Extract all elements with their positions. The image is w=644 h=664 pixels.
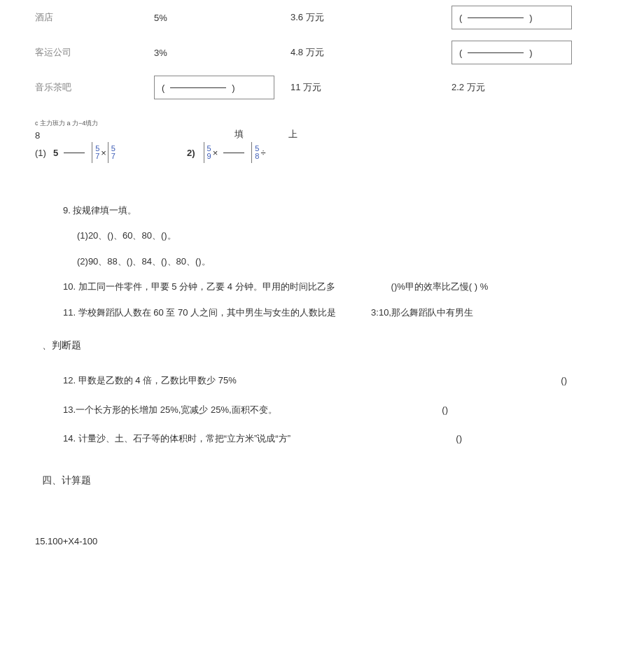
q14-text: 14. 计量沙、土、石子等的体积时，常把“立方米”说成“方” — [63, 424, 290, 453]
q12-mark: () — [561, 366, 567, 395]
input-bus[interactable]: ( ) — [451, 41, 572, 64]
blank-line — [170, 87, 226, 88]
q9-sub1: (1)20、()、60、80、()。 — [77, 223, 644, 248]
times-1: × — [101, 148, 106, 158]
q12-text: 12. 甲数是乙数的 4 倍，乙数比甲数少 75% — [63, 366, 237, 395]
rate-hotel: 5% — [154, 13, 290, 23]
q8-fill-1: 填 — [234, 129, 265, 139]
q14-mark: () — [456, 424, 462, 453]
q8-tiny: c 主力班力 a 力−4填力 — [35, 119, 644, 128]
label-tea: 音乐茶吧 — [35, 81, 154, 94]
q8-number: 8 — [35, 130, 234, 141]
q13-mark: () — [442, 395, 448, 425]
q8-fill-2: 上 — [288, 129, 318, 139]
q11-right: 3:10,那么舞蹈队中有男生 — [371, 300, 473, 325]
table-row-hotel: 酒店 5% 3.6 万元 ( ) — [35, 0, 644, 35]
formula-2: 5 9 × 5 8 ÷ — [202, 142, 266, 163]
formula-1: 5 5 7 × 5 7 — [53, 142, 117, 163]
input-tea[interactable]: ( ) — [154, 76, 274, 99]
fraction-1b: 5 7 — [111, 145, 115, 160]
amount-bus: 4.8 万元 — [290, 46, 451, 59]
label-bus: 客运公司 — [35, 46, 154, 59]
q10-left: 10. 加工同一件零件，甲要 5 分钟，乙要 4 分钟。甲用的时间比乙多 — [63, 274, 335, 299]
blank-line — [468, 52, 524, 53]
amount-tea: 11 万元 — [290, 81, 451, 94]
rate-bus: 3% — [154, 48, 290, 58]
value-tea: 2.2 万元 — [451, 81, 606, 94]
q8-item2: 2) — [187, 148, 195, 158]
divide-2: ÷ — [260, 148, 265, 158]
q11-left: 11. 学校舞蹈队人数在 60 至 70 人之间，其中男生与女生的人数比是 — [63, 300, 336, 325]
q8-item1: (1) — [35, 148, 46, 158]
blank-line — [468, 17, 524, 18]
bar-icon — [251, 142, 252, 163]
fraction-2b: 5 8 — [255, 145, 259, 160]
q13-text: 13.一个长方形的长增加 25%,宽减少 25%,面积不变。 — [63, 395, 277, 425]
fraction-1a: 5 7 — [95, 145, 99, 160]
q9-sub2: (2)90、88、()、84、()、80、()。 — [77, 249, 644, 274]
bar-icon — [204, 142, 204, 163]
bar-icon — [108, 142, 108, 163]
table-row-bus: 客运公司 3% 4.8 万元 ( ) — [35, 35, 644, 70]
times-2: × — [213, 148, 218, 158]
q8-five: 5 — [53, 148, 58, 158]
q9-title: 9. 按规律填一填。 — [63, 198, 644, 223]
judge-heading: 、判断题 — [42, 339, 644, 352]
q15: 15.100+X4-100 — [35, 536, 644, 546]
bar-icon — [92, 142, 92, 163]
q10-right: ()%甲的效率比乙慢( ) % — [391, 274, 489, 299]
blank — [223, 153, 244, 153]
q8-formula-row: (1) 5 5 7 × 5 7 2) 5 9 × 5 8 ÷ — [35, 142, 644, 163]
calc-heading: 四、计算题 — [42, 474, 644, 487]
table-row-tea: 音乐茶吧 ( ) 11 万元 2.2 万元 — [35, 70, 644, 105]
blank — [64, 153, 85, 153]
amount-hotel: 3.6 万元 — [290, 11, 451, 24]
label-hotel: 酒店 — [35, 11, 154, 24]
fraction-2a: 5 9 — [207, 145, 211, 160]
input-hotel[interactable]: ( ) — [451, 6, 572, 29]
